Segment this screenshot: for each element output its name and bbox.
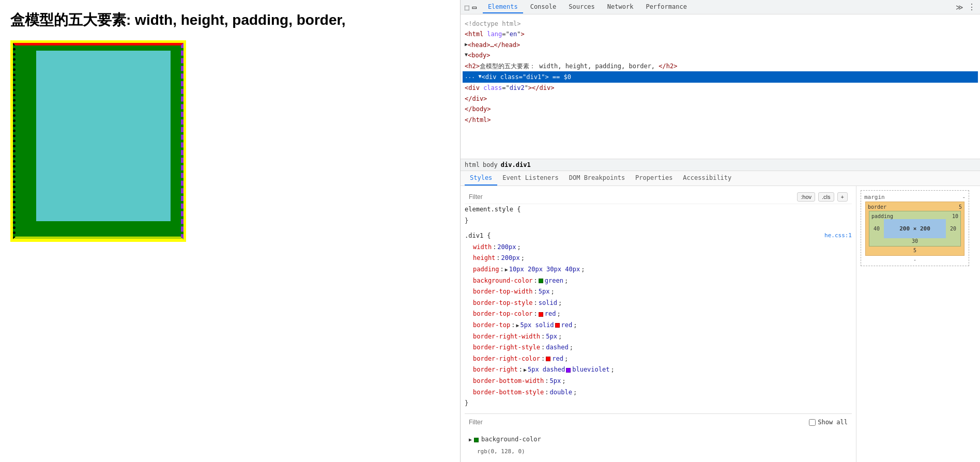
computed-bg-color-section: ▶ background-color rgb(0, 128, 0) ▶ bord… xyxy=(465,431,852,462)
computed-bg-color-row: ▶ background-color xyxy=(469,433,848,446)
prop-border-right-width: border-right-width: 5px; xyxy=(465,331,852,343)
border-top-swatch[interactable] xyxy=(555,323,560,328)
breadcrumb-body[interactable]: body xyxy=(483,161,498,168)
tree-line-div2[interactable]: <div class="div2"></div> xyxy=(463,83,978,93)
tab-network[interactable]: Network xyxy=(602,1,639,13)
cls-button[interactable]: .cls xyxy=(818,192,834,202)
border-right-color-swatch[interactable] xyxy=(546,357,550,361)
show-all-checkbox-container: Show all xyxy=(809,417,848,428)
breadcrumb-div1[interactable]: div.div1 xyxy=(501,161,531,168)
styles-subtabs: Styles Event Listeners DOM Breakpoints P… xyxy=(461,171,980,186)
content-size: 200 × 200 xyxy=(899,225,930,232)
hov-button[interactable]: :hov xyxy=(797,192,815,202)
tree-line-body[interactable]: ▼ <body> xyxy=(463,50,978,60)
tab-styles[interactable]: Styles xyxy=(465,171,497,186)
element-style-selector: element.style { xyxy=(465,204,852,215)
html-tag: <html xyxy=(465,29,483,39)
devtools-panel: ⬚ ▭ Elements Console Sources Network Per… xyxy=(460,0,980,462)
prop-padding: padding: ▶ 10px 20px 30px 40px; xyxy=(465,264,852,275)
padding-top-val: 10 xyxy=(952,213,958,219)
styles-content-area: :hov .cls + element.style { } .div1 { he… xyxy=(461,186,980,462)
add-style-button[interactable]: + xyxy=(837,192,848,202)
border-right-expand[interactable]: ▶ xyxy=(524,365,527,375)
border-top-expand[interactable]: ▶ xyxy=(516,321,519,330)
padding-right-val: 20 xyxy=(948,226,958,232)
computed-filter-input[interactable] xyxy=(469,419,805,426)
prop-background-color: background-color: green; xyxy=(465,275,852,287)
box-demo-wrapper xyxy=(10,40,186,242)
prop-border-right-color: border-right-color: red; xyxy=(465,353,852,365)
tree-line-body-close[interactable]: </body> xyxy=(463,104,978,114)
rule-source[interactable]: he.css:1 xyxy=(824,230,852,241)
tab-properties[interactable]: Properties xyxy=(630,171,678,186)
computed-border-bottom-prop: border-bottom-color xyxy=(481,460,552,462)
prop-height: height: 200px; xyxy=(465,253,852,264)
styles-panel: Styles Event Listeners DOM Breakpoints P… xyxy=(461,171,980,462)
inspector-icon[interactable]: ⬚ xyxy=(465,3,469,11)
computed-bg-prop: background-color xyxy=(481,434,541,445)
tree-line-h2[interactable]: <h2>盒模型的五大要素： width, height, padding, bo… xyxy=(463,61,978,71)
bg-expand-arrow[interactable]: ▶ xyxy=(469,435,472,444)
prop-border-right-style: border-right-style: dashed; xyxy=(465,342,852,353)
padding-layer: padding 10 40 200 × 200 20 xyxy=(869,211,961,247)
div1-rule-close: } xyxy=(465,398,852,409)
tree-line-div1-close[interactable]: </div> xyxy=(463,94,978,104)
padding-label: padding xyxy=(871,213,893,219)
bg-color-swatch[interactable] xyxy=(539,279,543,283)
element-style-rule: element.style { } xyxy=(465,204,852,226)
computed-bg-swatch[interactable] xyxy=(474,438,479,442)
devtools-topbar: ⬚ ▭ Elements Console Sources Network Per… xyxy=(461,0,980,14)
computed-filter-section: Show all xyxy=(465,413,852,432)
tab-accessibility[interactable]: Accessibility xyxy=(678,171,737,186)
tab-performance[interactable]: Performance xyxy=(640,1,692,13)
page-content: 盒模型的五大要素: width, height, padding, border… xyxy=(0,0,460,462)
lang-attr: lang xyxy=(483,29,502,39)
filter-input[interactable] xyxy=(469,193,794,201)
border-top-color-swatch[interactable] xyxy=(539,312,543,317)
tree-line-html-close[interactable]: </html> xyxy=(463,115,978,125)
div1-rule: .div1 { he.css:1 width: 200px; height: 2… xyxy=(465,230,852,409)
margin-minus: - xyxy=(962,194,966,201)
box-model-diagram: margin - border 5 padding 10 xyxy=(861,190,969,266)
devtools-menu-icon[interactable]: ⋮ xyxy=(968,2,976,12)
prop-border-bottom-width: border-bottom-width: 5px; xyxy=(465,376,852,387)
element-style-close: } xyxy=(465,215,852,227)
computed-border-bottom-color-row: ▶ border-bottom-color xyxy=(469,459,848,462)
tab-elements[interactable]: Elements xyxy=(483,1,523,13)
show-all-checkbox[interactable] xyxy=(809,419,816,426)
padding-bottom-val: 30 xyxy=(871,238,958,244)
border-layer: border 5 padding 10 40 xyxy=(865,202,964,256)
show-all-label: Show all xyxy=(818,417,848,428)
breadcrumb: html body div.div1 xyxy=(461,159,980,171)
prop-border-top-style: border-top-style: solid; xyxy=(465,298,852,309)
tree-line-div1[interactable]: ... ▼ <div class="div1"> == $0 xyxy=(463,71,978,83)
box-model-panel: margin - border 5 padding 10 xyxy=(856,186,980,462)
tab-dom-breakpoints[interactable]: DOM Breakpoints xyxy=(564,171,630,186)
tree-line-doctype[interactable]: <!doctype html> xyxy=(463,19,978,29)
tab-console[interactable]: Console xyxy=(525,1,562,13)
prop-border-top-color: border-top-color: red; xyxy=(465,309,852,320)
content-row: 40 200 × 200 20 xyxy=(871,219,958,238)
breadcrumb-html[interactable]: html xyxy=(465,161,480,168)
border-label: border xyxy=(868,204,886,210)
tab-sources[interactable]: Sources xyxy=(563,1,600,13)
html-tree: <!doctype html> <html lang="en"> ▶ <head… xyxy=(461,14,980,159)
more-tabs-icon[interactable]: ≫ xyxy=(956,3,963,11)
div2-element xyxy=(36,51,171,221)
prop-border-bottom-style: border-bottom-style: double; xyxy=(465,387,852,398)
tab-event-listeners[interactable]: Event Listeners xyxy=(497,171,563,186)
padding-expand[interactable]: ▶ xyxy=(505,265,508,274)
prop-border-right: border-right: ▶ 5px dashed blueviolet; xyxy=(465,364,852,376)
border-top-row: border 5 xyxy=(868,204,962,210)
device-icon[interactable]: ▭ xyxy=(472,3,476,11)
content-box: 200 × 200 xyxy=(884,219,946,238)
prop-width: width: 200px; xyxy=(465,242,852,253)
border-bottom-row-val: 5 xyxy=(868,248,962,253)
margin-top-row: margin - xyxy=(864,194,966,201)
tree-line-html[interactable]: <html lang="en"> xyxy=(463,29,978,39)
border-right-swatch[interactable] xyxy=(566,368,571,373)
margin-label: margin xyxy=(864,194,885,201)
div1-selector-line: .div1 { he.css:1 xyxy=(465,230,852,242)
prop-border-top-width: border-top-width: 5px; xyxy=(465,286,852,298)
tree-line-head[interactable]: ▶ <head>…</head> xyxy=(463,40,978,50)
